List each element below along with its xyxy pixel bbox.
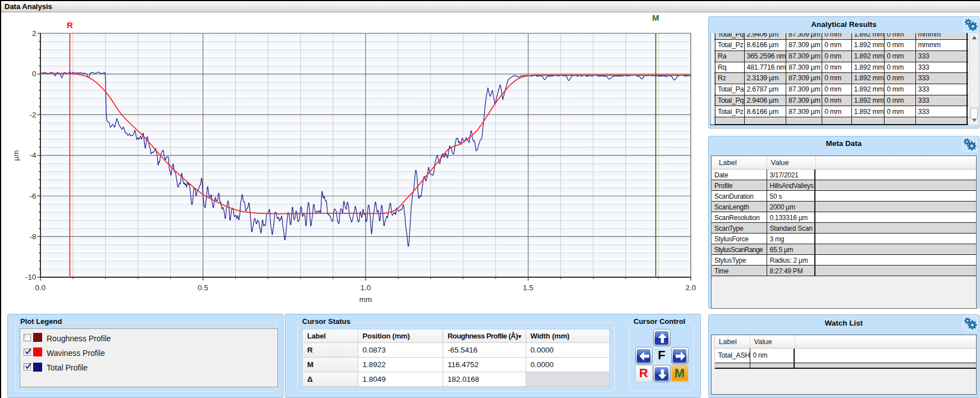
svg-text:mm: mm (359, 295, 372, 304)
svg-text:0.5: 0.5 (198, 283, 208, 292)
svg-text:2: 2 (32, 29, 37, 38)
svg-text:µm: µm (12, 150, 20, 161)
svg-text:-2: -2 (29, 111, 36, 119)
svg-text:-10: -10 (25, 273, 37, 281)
svg-text:R: R (67, 20, 73, 30)
svg-text:M: M (652, 13, 659, 22)
svg-text:2.0: 2.0 (686, 283, 696, 292)
svg-text:0: 0 (32, 70, 37, 78)
svg-text:-8: -8 (29, 232, 36, 241)
svg-text:-6: -6 (29, 192, 36, 200)
svg-text:-4: -4 (29, 151, 36, 159)
svg-text:1.5: 1.5 (523, 283, 534, 292)
svg-text:1.0: 1.0 (361, 283, 371, 292)
svg-text:0.0: 0.0 (35, 283, 46, 292)
